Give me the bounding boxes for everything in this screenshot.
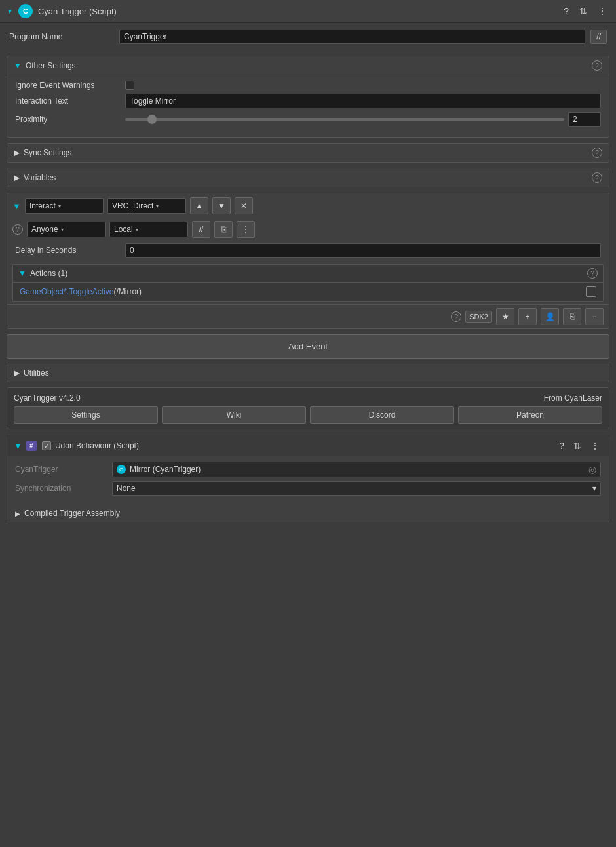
sync-settings-section: ▶ Sync Settings ? — [7, 143, 609, 163]
header-actions: ? ⇅ ⋮ — [561, 5, 609, 18]
udon-layout-btn[interactable]: ⇅ — [571, 439, 584, 452]
collapse-arrow-sync: ▶ — [14, 148, 20, 157]
icon-letter: C — [23, 7, 28, 15]
delay-row: Delay in Seconds — [7, 241, 609, 262]
sdk-badge: SDK2 — [465, 311, 492, 323]
other-settings-content: Ignore Event Warnings Interaction Text P… — [7, 75, 609, 137]
method-text: ToggleActive — [69, 287, 113, 296]
patreon-button[interactable]: Patreon — [458, 406, 602, 424]
network-type-dropdown[interactable]: VRC_Direct ▾ — [107, 198, 186, 214]
program-name-label: Program Name — [9, 32, 114, 41]
sync-dropdown[interactable]: None ▾ — [112, 481, 601, 496]
utilities-title: Utilities — [24, 368, 602, 378]
program-name-row: Program Name // — [0, 23, 616, 50]
proximity-value-input[interactable] — [568, 112, 601, 127]
hash-icon: # — [26, 441, 37, 451]
event-footer-help-icon[interactable]: ? — [451, 311, 461, 322]
udon-enabled-checkbox[interactable]: ✓ — [42, 441, 51, 450]
discord-button[interactable]: Discord — [310, 406, 454, 424]
footer-minus-btn[interactable]: − — [585, 308, 604, 325]
event-type-dropdown[interactable]: Interact ▾ — [25, 198, 104, 214]
udon-field-icon: C — [117, 465, 126, 474]
sync-settings-header[interactable]: ▶ Sync Settings ? — [7, 144, 609, 162]
collapse-arrow-event: ▼ — [12, 201, 21, 211]
event-comment-btn[interactable]: // — [192, 221, 210, 238]
event-type-arrow: ▾ — [58, 203, 61, 209]
param-text: (/Mirror) — [113, 287, 142, 296]
target-icon: ◎ — [588, 464, 596, 475]
event-copy-icon-btn[interactable]: ⎘ — [214, 221, 233, 238]
event-footer: ? SDK2 ★ + 👤 ⎘ − — [7, 304, 609, 328]
other-settings-help-icon[interactable]: ? — [592, 60, 602, 71]
interaction-text-input[interactable] — [125, 94, 601, 108]
sync-value: None — [117, 484, 136, 493]
variables-help-icon[interactable]: ? — [592, 172, 602, 183]
action-item: GameObject*.ToggleActive(/Mirror) — [13, 282, 603, 301]
more-icon-header[interactable]: ⋮ — [595, 5, 609, 18]
program-name-comment-btn[interactable]: // — [590, 30, 607, 44]
other-settings-header[interactable]: ▼ Other Settings ? — [7, 56, 609, 75]
proximity-slider[interactable] — [125, 118, 564, 121]
udon-header: ▼ # ✓ Udon Behaviour (Script) ? ⇅ ⋮ — [7, 435, 609, 456]
network-type-arrow: ▾ — [156, 203, 159, 209]
location-label: Local — [114, 225, 133, 234]
who-label: Anyone — [31, 225, 58, 234]
footer-star-btn[interactable]: ★ — [496, 308, 514, 325]
help-icon-header[interactable]: ? — [561, 5, 571, 18]
proximity-slider-container — [125, 112, 601, 127]
layout-icon-header[interactable]: ⇅ — [577, 5, 590, 18]
event-more-btn[interactable]: ⋮ — [237, 221, 255, 238]
ignore-event-warnings-checkbox[interactable] — [125, 81, 134, 90]
delay-input[interactable] — [125, 243, 601, 258]
utilities-header[interactable]: ▶ Utilities — [7, 364, 609, 382]
ignore-event-warnings-row: Ignore Event Warnings — [15, 81, 601, 90]
action-expand-btn[interactable] — [586, 286, 596, 297]
proximity-label: Proximity — [15, 115, 120, 124]
event-row2-help-icon[interactable]: ? — [12, 224, 23, 235]
footer-copy-btn[interactable]: ⎘ — [563, 308, 581, 325]
collapse-arrow-header[interactable]: ▼ — [7, 8, 13, 15]
variables-header[interactable]: ▶ Variables ? — [7, 168, 609, 187]
wiki-button[interactable]: Wiki — [162, 406, 306, 424]
action-code-text: GameObject*.ToggleActive(/Mirror) — [20, 287, 582, 296]
inspector-header: ▼ C Cyan Trigger (Script) ? ⇅ ⋮ — [0, 0, 616, 23]
event-down-btn[interactable]: ▼ — [212, 197, 231, 214]
slider-thumb — [147, 115, 157, 124]
location-arrow: ▾ — [136, 227, 138, 233]
footer-plus-btn[interactable]: + — [518, 308, 537, 325]
sync-settings-title: Sync Settings — [24, 148, 588, 157]
checkmark-icon: ✓ — [44, 443, 49, 450]
collapse-arrow-utilities: ▶ — [14, 368, 20, 378]
udon-help-btn[interactable]: ? — [556, 439, 567, 452]
other-settings-title: Other Settings — [26, 61, 588, 70]
add-event-button[interactable]: Add Event — [7, 334, 609, 359]
footer-person-btn[interactable]: 👤 — [541, 308, 559, 325]
actions-header[interactable]: ▼ Actions (1) ? — [13, 265, 603, 282]
other-settings-section: ▼ Other Settings ? Ignore Event Warnings… — [7, 56, 609, 138]
sync-settings-help-icon[interactable]: ? — [592, 148, 602, 158]
window-title: Cyan Trigger (Script) — [38, 7, 556, 16]
synchronization-row: Synchronization None ▾ — [15, 481, 601, 496]
udon-more-btn[interactable]: ⋮ — [588, 439, 602, 452]
event-close-btn[interactable]: ✕ — [235, 197, 253, 214]
who-dropdown[interactable]: Anyone ▾ — [27, 222, 106, 237]
proximity-row: Proximity — [15, 112, 601, 127]
program-name-input[interactable] — [119, 30, 585, 44]
collapse-arrow-variables: ▶ — [14, 173, 20, 182]
udon-content: CyanTrigger C Mirror (CyanTrigger) ◎ Syn… — [7, 456, 609, 505]
collapse-arrow-compiled: ▶ — [15, 510, 20, 517]
cyan-trigger-row: CyanTrigger C Mirror (CyanTrigger) ◎ — [15, 462, 601, 477]
collapse-arrow-actions: ▼ — [18, 269, 26, 278]
collapse-arrow-other: ▼ — [14, 61, 22, 70]
compiled-row[interactable]: ▶ Compiled Trigger Assembly — [7, 505, 609, 522]
actions-section: ▼ Actions (1) ? GameObject*.ToggleActive… — [12, 264, 604, 302]
cyan-trigger-field[interactable]: C Mirror (CyanTrigger) ◎ — [112, 462, 601, 477]
location-dropdown[interactable]: Local ▾ — [109, 222, 188, 237]
collapse-arrow-udon: ▼ — [14, 441, 22, 451]
actions-help-icon[interactable]: ? — [587, 268, 598, 279]
settings-button[interactable]: Settings — [14, 406, 158, 424]
event-type-label: Interact — [29, 201, 56, 210]
event-row2: ? Anyone ▾ Local ▾ // ⎘ ⋮ — [7, 218, 609, 241]
event-up-btn[interactable]: ▲ — [190, 197, 208, 214]
network-type-label: VRC_Direct — [112, 201, 153, 210]
